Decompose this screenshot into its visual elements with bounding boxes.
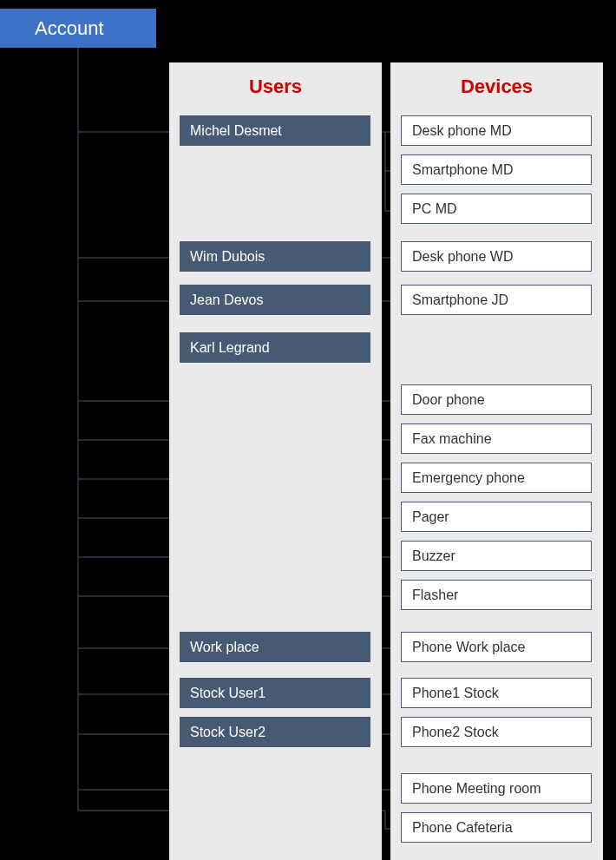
device-label: Smartphone MD — [412, 162, 514, 178]
device-label: Buzzer — [412, 548, 455, 564]
device-phone1-stock: Phone1 Stock — [401, 678, 592, 708]
user-wim-dubois: Wim Dubois — [180, 241, 370, 272]
user-label: Stock User2 — [190, 725, 265, 740]
account-label: Account — [35, 17, 104, 40]
user-jean-devos: Jean Devos — [180, 285, 370, 315]
device-fax-machine: Fax machine — [401, 423, 592, 454]
device-phone-cafeteria: Phone Cafeteria — [401, 812, 592, 843]
account-node: Account — [0, 9, 156, 48]
device-label: Desk phone WD — [412, 249, 514, 265]
device-label: Phone2 Stock — [412, 725, 499, 740]
device-phone-meeting-room: Phone Meeting room — [401, 773, 592, 804]
device-pager: Pager — [401, 502, 592, 532]
user-stock-user2: Stock User2 — [180, 717, 370, 747]
user-label: Michel Desmet — [190, 123, 282, 139]
user-label: Work place — [190, 640, 259, 655]
device-label: Emergency phone — [412, 470, 525, 486]
device-label: Phone1 Stock — [412, 686, 499, 701]
device-desk-phone-wd: Desk phone WD — [401, 241, 592, 272]
device-buzzer: Buzzer — [401, 541, 592, 571]
device-flasher: Flasher — [401, 580, 592, 610]
user-label: Wim Dubois — [190, 249, 265, 265]
device-door-phone: Door phone — [401, 384, 592, 415]
users-header: Users — [169, 62, 382, 115]
user-label: Stock User1 — [190, 686, 265, 701]
user-stock-user1: Stock User1 — [180, 678, 370, 708]
device-label: Door phone — [412, 392, 485, 408]
user-label: Karl Legrand — [190, 340, 270, 356]
device-smartphone-md: Smartphone MD — [401, 154, 592, 185]
devices-header: Devices — [390, 62, 603, 115]
users-column: Users Michel Desmet Wim Dubois Jean Devo… — [169, 62, 382, 860]
user-work-place: Work place — [180, 632, 370, 662]
device-label: Pager — [412, 509, 449, 525]
device-label: Fax machine — [412, 431, 492, 447]
device-emergency-phone: Emergency phone — [401, 463, 592, 493]
device-label: Phone Cafeteria — [412, 820, 513, 836]
device-label: Phone Work place — [412, 640, 525, 655]
device-phone2-stock: Phone2 Stock — [401, 717, 592, 747]
device-label: PC MD — [412, 201, 457, 217]
user-michel-desmet: Michel Desmet — [180, 115, 370, 146]
device-label: Smartphone JD — [412, 292, 508, 308]
device-smartphone-jd: Smartphone JD — [401, 285, 592, 315]
device-phone-work-place: Phone Work place — [401, 632, 592, 662]
user-label: Jean Devos — [190, 292, 264, 308]
device-desk-phone-md: Desk phone MD — [401, 115, 592, 146]
device-pc-md: PC MD — [401, 194, 592, 224]
device-label: Flasher — [412, 588, 458, 603]
user-karl-legrand: Karl Legrand — [180, 332, 370, 363]
device-label: Phone Meeting room — [412, 781, 541, 797]
device-label: Desk phone MD — [412, 123, 512, 139]
devices-column: Devices Desk phone MD Smartphone MD PC M… — [390, 62, 603, 860]
